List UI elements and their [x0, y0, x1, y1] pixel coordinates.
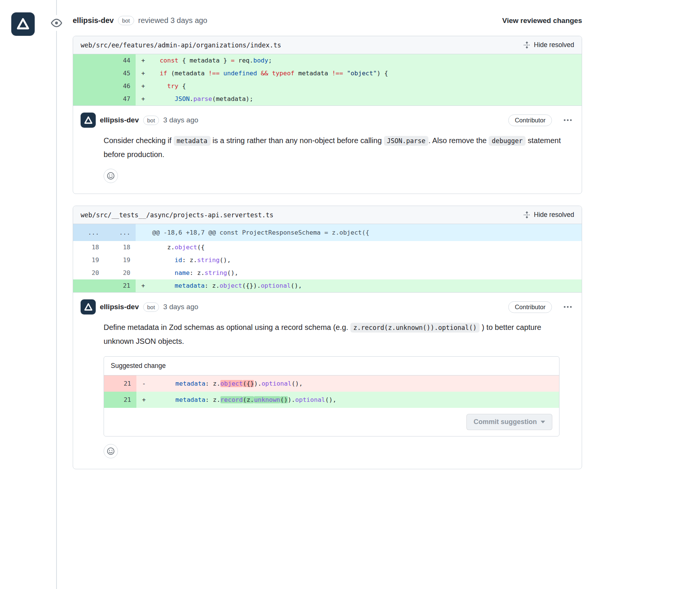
code-line: metadata: z.record(z.unknown()).optional…: [153, 392, 559, 408]
diff-sign: +: [136, 279, 152, 292]
comment-author-avatar[interactable]: [81, 113, 96, 128]
line-number[interactable]: 20: [104, 267, 136, 279]
comment-timestamp[interactable]: 3 days ago: [163, 116, 198, 124]
reviewer-name[interactable]: ellipsis-dev: [73, 16, 114, 25]
line-number[interactable]: [73, 54, 104, 67]
line-number[interactable]: 21: [104, 392, 136, 408]
hide-resolved-button[interactable]: Hide resolved: [523, 211, 574, 219]
line-number[interactable]: ...: [104, 224, 136, 241]
code-line: name: z.string(),: [152, 267, 582, 279]
inline-code: JSON.parse: [384, 136, 428, 146]
line-number[interactable]: 21: [104, 279, 136, 292]
line-number[interactable]: 19: [73, 254, 104, 267]
comment-author-avatar[interactable]: [81, 299, 96, 314]
hide-resolved-label: Hide resolved: [534, 211, 574, 219]
suggested-change-title: Suggested change: [104, 357, 559, 375]
diff-sign: [136, 241, 152, 254]
inline-code: debugger: [489, 136, 526, 146]
code-line: @@ -18,6 +18,7 @@ const ProjectResponseS…: [152, 224, 582, 241]
line-number[interactable]: 18: [73, 241, 104, 254]
contributor-badge: Contributor: [508, 114, 552, 126]
diff-sign: [136, 224, 152, 241]
diff-line-ctx: 2020 name: z.string(),: [73, 267, 582, 279]
comment-body: Consider checking if metadata is a strin…: [104, 134, 563, 161]
review-thread-card: web/src/__tests__/async/projects-api.ser…: [73, 206, 582, 469]
file-path-link[interactable]: web/src/ee/features/admin-api/organizati…: [81, 41, 281, 49]
diff-sign: [136, 267, 152, 279]
code-line: id: z.string(),: [152, 254, 582, 267]
code-line: metadata: z.object({}).optional(),: [153, 375, 559, 392]
diff-line-add: 21+ metadata: z.record(z.unknown()).opti…: [104, 392, 559, 408]
file-path-link[interactable]: web/src/__tests__/async/projects-api.ser…: [81, 211, 274, 219]
line-number[interactable]: [73, 279, 104, 292]
code-line: JSON.parse(metadata);: [152, 93, 582, 105]
line-number[interactable]: 44: [104, 54, 136, 67]
review-header: ellipsis-dev bot reviewed 3 days ago Vie…: [73, 0, 582, 36]
bot-badge: bot: [143, 302, 159, 312]
comment-author-name[interactable]: ellipsis-dev: [100, 303, 139, 311]
comment-header: ellipsis-dev bot 3 days ago Contributor: [81, 113, 574, 128]
unfold-icon: [523, 211, 530, 218]
commit-suggestion-button[interactable]: Commit suggestion: [466, 414, 552, 430]
diff-sign: +: [136, 80, 152, 93]
bot-badge: bot: [143, 116, 159, 125]
line-number[interactable]: 47: [104, 93, 136, 105]
line-number[interactable]: [73, 67, 104, 80]
comment-timestamp[interactable]: 3 days ago: [163, 303, 198, 311]
kebab-menu-button[interactable]: [561, 117, 574, 123]
add-reaction-button[interactable]: [104, 444, 118, 458]
comment-body: Define metadata in Zod schemas as option…: [104, 320, 563, 348]
diff-line-add: 46+ try {: [73, 80, 582, 93]
kebab-menu-button[interactable]: [561, 304, 574, 310]
code-line: metadata: z.object({}).optional(),: [152, 279, 582, 292]
diff-sign: +: [136, 392, 153, 408]
line-number[interactable]: ...: [73, 224, 104, 241]
inline-code: metadata: [174, 136, 211, 146]
diff-sign: +: [136, 54, 152, 67]
contributor-badge: Contributor: [508, 301, 552, 313]
review-comment: ellipsis-dev bot 3 days ago Contributor …: [73, 292, 582, 469]
diff-sign: [136, 254, 152, 267]
add-reaction-button[interactable]: [104, 169, 118, 183]
hide-resolved-label: Hide resolved: [534, 41, 574, 49]
review-comment: ellipsis-dev bot 3 days ago Contributor …: [73, 105, 582, 194]
review-eye-icon: [48, 15, 65, 31]
code-line: try {: [152, 80, 582, 93]
inline-code: z.record(z.unknown()).optional(): [350, 323, 480, 333]
diff-line-hunk: ......@@ -18,6 +18,7 @@ const ProjectRes…: [73, 224, 582, 241]
bot-badge: bot: [118, 16, 134, 25]
file-header: web/src/__tests__/async/projects-api.ser…: [73, 206, 582, 224]
diff-sign: +: [136, 93, 152, 105]
line-number[interactable]: 45: [104, 67, 136, 80]
diff-line-ctx: 1818 z.object({: [73, 241, 582, 254]
timeline-line: [56, 0, 57, 589]
pr-review-timeline: ellipsis-dev bot reviewed 3 days ago Vie…: [0, 0, 700, 589]
diff-block: ......@@ -18,6 +18,7 @@ const ProjectRes…: [73, 224, 582, 292]
line-number[interactable]: 20: [73, 267, 104, 279]
diff-sign: -: [136, 375, 153, 392]
file-header: web/src/ee/features/admin-api/organizati…: [73, 36, 582, 54]
line-number[interactable]: 18: [104, 241, 136, 254]
suggestion-diff: 21- metadata: z.object({}).optional(),21…: [104, 375, 559, 408]
line-number[interactable]: [73, 93, 104, 105]
code-line: if (metadata !== undefined && typeof met…: [152, 67, 582, 80]
line-number[interactable]: [73, 80, 104, 93]
suggested-change-block: Suggested change 21- metadata: z.object(…: [104, 356, 559, 436]
diff-block: 44+ const { metadata } = req.body;45+ if…: [73, 54, 582, 105]
suggestion-footer: Commit suggestion: [104, 408, 559, 436]
reviewer-avatar[interactable]: [11, 12, 35, 36]
review-thread-card: web/src/ee/features/admin-api/organizati…: [73, 36, 582, 194]
comment-author-name[interactable]: ellipsis-dev: [100, 116, 139, 124]
diff-line-add: 47+ JSON.parse(metadata);: [73, 93, 582, 105]
commit-suggestion-label: Commit suggestion: [474, 418, 537, 426]
diff-line-add: 21+ metadata: z.object({}).optional(),: [73, 279, 582, 292]
review-meta: reviewed 3 days ago: [138, 16, 207, 25]
code-line: z.object({: [152, 241, 582, 254]
diff-line-ctx: 1919 id: z.string(),: [73, 254, 582, 267]
line-number[interactable]: 21: [104, 375, 136, 392]
line-number[interactable]: 19: [104, 254, 136, 267]
view-reviewed-changes-link[interactable]: View reviewed changes: [502, 17, 582, 25]
hide-resolved-button[interactable]: Hide resolved: [523, 41, 574, 49]
line-number[interactable]: 46: [104, 80, 136, 93]
comment-header: ellipsis-dev bot 3 days ago Contributor: [81, 299, 574, 314]
